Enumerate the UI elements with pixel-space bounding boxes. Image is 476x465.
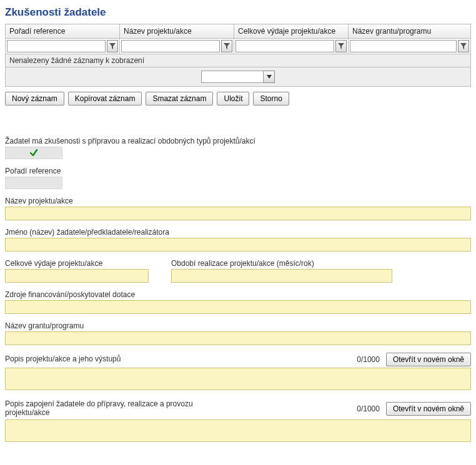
- chevron-down-icon[interactable]: [264, 71, 275, 83]
- col-header-nazev-grantu[interactable]: Název grantu/programu: [349, 24, 471, 39]
- new-record-button[interactable]: Nový záznam: [5, 92, 64, 105]
- filter-icon[interactable]: [221, 40, 232, 52]
- open-window-button-1[interactable]: Otevřít v novém okně: [386, 353, 471, 366]
- label-zdroje-financovani: Zdroje financování/poskytovatel dotace: [5, 290, 471, 299]
- filter-input-celkove-vydaje[interactable]: [236, 40, 334, 52]
- col-header-nazev-projektu[interactable]: Název projektu/akce: [120, 24, 234, 39]
- cancel-button[interactable]: Storno: [253, 92, 289, 105]
- page-title: Zkušenosti žadatele: [5, 6, 471, 19]
- label-poradi-reference: Pořadí reference: [5, 167, 471, 175]
- filter-icon[interactable]: [458, 40, 469, 52]
- label-nazev-grantu: Název grantu/programu: [5, 321, 471, 330]
- filter-input-nazev-grantu[interactable]: [350, 40, 457, 52]
- reference-grid: Pořadí reference Název projektu/akce Cel…: [5, 24, 471, 87]
- input-nazev-projektu[interactable]: [5, 207, 471, 220]
- counter-popis-zapojeni: 0/1000: [357, 404, 380, 413]
- label-jmeno-zadatele: Jméno (název) žadatele/předkladatele/rea…: [5, 228, 471, 237]
- counter-popis-projektu: 0/1000: [357, 355, 380, 364]
- input-celkove-vydaje[interactable]: [5, 269, 149, 283]
- open-window-button-2[interactable]: Otevřít v novém okně: [386, 402, 471, 416]
- label-obdobi-realizace: Období realizace projektu/akce (měsíc/ro…: [171, 259, 392, 268]
- input-zdroje-financovani[interactable]: [5, 300, 471, 314]
- label-popis-projektu: Popis projektu/akce a jeho výstupů: [5, 355, 121, 363]
- label-nazev-projektu: Název projektu/akce: [5, 197, 471, 205]
- pager-input[interactable]: [201, 71, 264, 83]
- textarea-popis-projektu[interactable]: [5, 368, 471, 390]
- checkbox-has-experience: [5, 147, 62, 159]
- grid-toolbar: Nový záznam Kopírovat záznam Smazat zázn…: [5, 92, 471, 105]
- input-obdobi-realizace[interactable]: [171, 269, 392, 283]
- col-header-celkove-vydaje[interactable]: Celkové výdaje projektu/akce: [234, 24, 349, 39]
- col-header-poradi[interactable]: Pořadí reference: [6, 24, 120, 39]
- save-button[interactable]: Uložit: [217, 92, 249, 105]
- input-nazev-grantu[interactable]: [5, 331, 471, 345]
- filter-input-nazev-projektu[interactable]: [121, 40, 220, 52]
- filter-icon[interactable]: [335, 40, 347, 52]
- filter-icon[interactable]: [107, 40, 118, 52]
- filter-input-poradi[interactable]: [7, 40, 106, 52]
- label-zadatel-ma-zkusenosti: Žadatel má zkušenosti s přípravou a real…: [5, 137, 471, 145]
- pager: [201, 71, 275, 83]
- field-poradi-reference: [5, 177, 62, 189]
- label-popis-zapojeni: Popis zapojení žadatele do přípravy, rea…: [5, 399, 217, 417]
- textarea-popis-zapojeni[interactable]: [5, 419, 471, 442]
- input-jmeno-zadatele[interactable]: [5, 238, 471, 252]
- label-celkove-vydaje: Celkové výdaje projektu/akce: [5, 259, 149, 268]
- check-icon: [29, 149, 38, 157]
- no-records-msg: Nenalezeny žádné záznamy k zobrazení: [6, 54, 471, 67]
- copy-record-button[interactable]: Kopírovat záznam: [68, 92, 142, 105]
- delete-record-button[interactable]: Smazat záznam: [146, 92, 213, 105]
